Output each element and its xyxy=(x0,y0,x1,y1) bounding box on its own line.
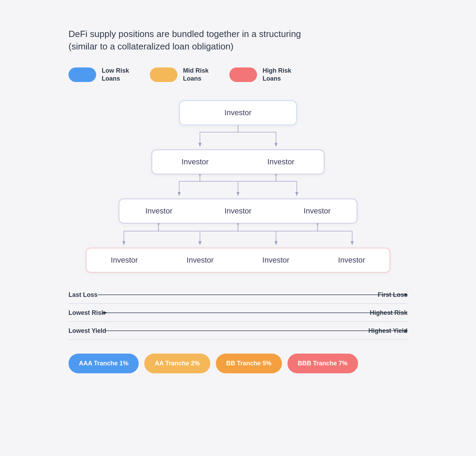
investor-node-1: Investor xyxy=(179,100,297,125)
metric-row-yield: Lowest Yield Highest Yield xyxy=(68,322,408,340)
investor-label-2a: Investor xyxy=(152,157,238,166)
mid-risk-label: Mid RiskLoans xyxy=(183,67,209,83)
tranches-section: AAA Tranche 1% AA Tranche 2% BB Tranche … xyxy=(68,354,408,373)
mid-risk-pill xyxy=(150,67,177,82)
investor-label-4d: Investor xyxy=(314,256,390,265)
tree-row-1: Investor xyxy=(68,100,408,125)
line-3-4-2 xyxy=(158,225,200,244)
metric-row-loss: Last Loss First Loss xyxy=(68,286,408,304)
line-3-4-4 xyxy=(318,225,352,244)
tree-diagram: Investor Investor Investor xyxy=(68,100,408,273)
tranche-bbb-button[interactable]: BBB Tranche 7% xyxy=(287,354,358,373)
line-3-4-2b xyxy=(200,225,238,231)
low-risk-label: Low RiskLoans xyxy=(102,67,129,83)
line-2-3-center xyxy=(200,175,238,195)
investor-label-3b: Investor xyxy=(199,207,278,216)
legend-item-low-risk: Low RiskLoans xyxy=(68,67,129,83)
investor-label-3c: Investor xyxy=(277,207,357,216)
main-container: DeFi supply positions are bundled togeth… xyxy=(48,14,428,391)
connector-3-4 xyxy=(82,224,394,248)
high-risk-label: High RiskLoans xyxy=(263,67,291,83)
tree-row-3: Investor Investor Investor xyxy=(68,199,408,224)
line-1-2-left xyxy=(200,125,238,146)
arrow-loss xyxy=(68,292,408,297)
line-2-3-right xyxy=(276,175,297,195)
tranche-aaa-button[interactable]: AAA Tranche 1% xyxy=(68,354,139,373)
high-risk-pill xyxy=(229,67,257,82)
line-3-4-1 xyxy=(124,225,158,244)
tranche-aa-button[interactable]: AA Tranche 2% xyxy=(144,354,210,373)
tree-row-4: Investor Investor Investor Investor xyxy=(68,248,408,273)
legend-item-mid-risk: Mid RiskLoans xyxy=(150,67,209,83)
arrow-yield xyxy=(68,328,408,333)
investor-label-1: Investor xyxy=(225,108,251,117)
connector-1-2 xyxy=(82,125,394,149)
investor-node-3: Investor Investor Investor xyxy=(119,199,357,224)
line-3-4-3b xyxy=(276,225,318,231)
investor-node-2: Investor Investor xyxy=(152,149,324,174)
line-2-3-center2 xyxy=(238,175,276,181)
metrics-section: Last Loss First Loss Lowest Risk xyxy=(68,286,408,340)
tree-row-2: Investor Investor xyxy=(68,149,408,174)
tranche-bb-button[interactable]: BB Tranche 5% xyxy=(216,354,282,373)
low-risk-pill xyxy=(68,67,96,82)
investor-label-4a: Investor xyxy=(86,256,162,265)
connector-2-3 xyxy=(82,174,394,199)
line-3-4-3 xyxy=(238,225,276,244)
line-2-3-left xyxy=(179,175,200,195)
line-1-2-right xyxy=(238,125,276,146)
legend: Low RiskLoans Mid RiskLoans High RiskLoa… xyxy=(68,67,408,83)
investor-node-4: Investor Investor Investor Investor xyxy=(86,248,390,273)
metric-row-risk: Lowest Risk Highest Risk xyxy=(68,304,408,322)
investor-label-2b: Investor xyxy=(238,157,324,166)
investor-label-4c: Investor xyxy=(238,256,314,265)
investor-label-3a: Investor xyxy=(119,207,199,216)
page-title: DeFi supply positions are bundled togeth… xyxy=(68,28,338,53)
legend-item-high-risk: High RiskLoans xyxy=(229,67,291,83)
arrow-risk xyxy=(68,310,408,315)
investor-label-4b: Investor xyxy=(162,256,238,265)
